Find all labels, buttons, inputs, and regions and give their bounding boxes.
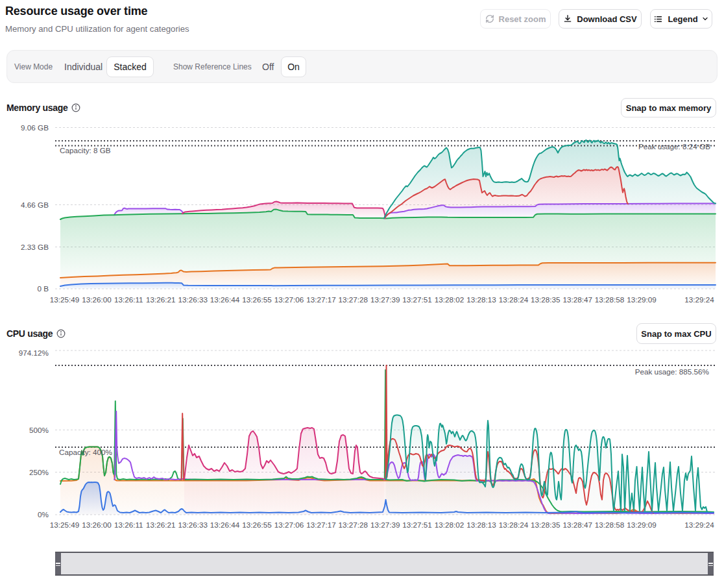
svg-text:13:26:55: 13:26:55 — [242, 521, 272, 529]
svg-text:13:28:35: 13:28:35 — [531, 295, 561, 304]
svg-text:13:28:02: 13:28:02 — [435, 521, 465, 529]
svg-text:13:25:49: 13:25:49 — [50, 295, 80, 304]
svg-text:13:26:00: 13:26:00 — [82, 295, 112, 304]
svg-text:13:28:58: 13:28:58 — [595, 295, 625, 304]
svg-text:13:26:44: 13:26:44 — [210, 521, 240, 529]
svg-text:13:29:24: 13:29:24 — [684, 521, 714, 529]
svg-text:13:26:11: 13:26:11 — [114, 521, 143, 529]
svg-text:13:29:24: 13:29:24 — [684, 295, 714, 304]
svg-text:13:28:47: 13:28:47 — [562, 521, 592, 529]
svg-text:13:26:33: 13:26:33 — [178, 521, 208, 529]
svg-text:13:28:02: 13:28:02 — [435, 295, 465, 304]
svg-text:13:29:09: 13:29:09 — [627, 521, 657, 529]
svg-text:Capacity: 8 GB: Capacity: 8 GB — [60, 146, 111, 154]
svg-text:Capacity: 400%: Capacity: 400% — [59, 448, 112, 456]
svg-text:13:27:28: 13:27:28 — [339, 521, 368, 529]
svg-text:4.66 GB: 4.66 GB — [21, 201, 49, 209]
svg-text:13:27:17: 13:27:17 — [306, 295, 336, 304]
svg-text:500%: 500% — [29, 426, 49, 434]
svg-text:13:27:51: 13:27:51 — [402, 295, 432, 304]
svg-text:13:26:11: 13:26:11 — [114, 295, 143, 304]
svg-text:13:26:00: 13:26:00 — [82, 521, 112, 529]
svg-text:13:27:06: 13:27:06 — [274, 295, 304, 304]
svg-text:9.06 GB: 9.06 GB — [21, 123, 49, 132]
svg-text:13:28:24: 13:28:24 — [499, 521, 529, 529]
svg-text:0%: 0% — [38, 510, 49, 519]
svg-text:13:27:28: 13:27:28 — [339, 295, 368, 304]
svg-text:13:27:06: 13:27:06 — [274, 521, 304, 529]
svg-text:13:26:55: 13:26:55 — [242, 295, 272, 304]
svg-text:13:28:13: 13:28:13 — [466, 521, 496, 529]
svg-text:13:28:35: 13:28:35 — [531, 521, 561, 529]
svg-text:Peak usage: 885.56%: Peak usage: 885.56% — [635, 367, 709, 376]
svg-text:13:26:21: 13:26:21 — [146, 521, 176, 529]
svg-text:13:28:58: 13:28:58 — [595, 521, 625, 529]
svg-text:13:26:33: 13:26:33 — [178, 295, 208, 304]
svg-text:974.12%: 974.12% — [19, 349, 49, 357]
svg-text:13:28:47: 13:28:47 — [562, 295, 592, 304]
svg-text:13:27:39: 13:27:39 — [370, 295, 400, 304]
svg-text:13:27:17: 13:27:17 — [306, 521, 336, 529]
svg-text:13:28:13: 13:28:13 — [466, 295, 496, 304]
svg-text:250%: 250% — [29, 468, 49, 476]
svg-text:13:27:39: 13:27:39 — [370, 521, 400, 529]
svg-text:13:26:44: 13:26:44 — [210, 295, 240, 304]
svg-text:Peak usage: 8.24 GB: Peak usage: 8.24 GB — [638, 142, 710, 151]
svg-text:13:28:24: 13:28:24 — [499, 295, 529, 304]
svg-text:0 B: 0 B — [37, 284, 49, 293]
svg-text:13:26:21: 13:26:21 — [146, 295, 176, 304]
svg-text:2.33 GB: 2.33 GB — [21, 243, 49, 251]
svg-text:13:27:51: 13:27:51 — [402, 521, 432, 529]
svg-text:13:29:09: 13:29:09 — [627, 295, 657, 304]
svg-text:13:25:49: 13:25:49 — [50, 521, 80, 529]
